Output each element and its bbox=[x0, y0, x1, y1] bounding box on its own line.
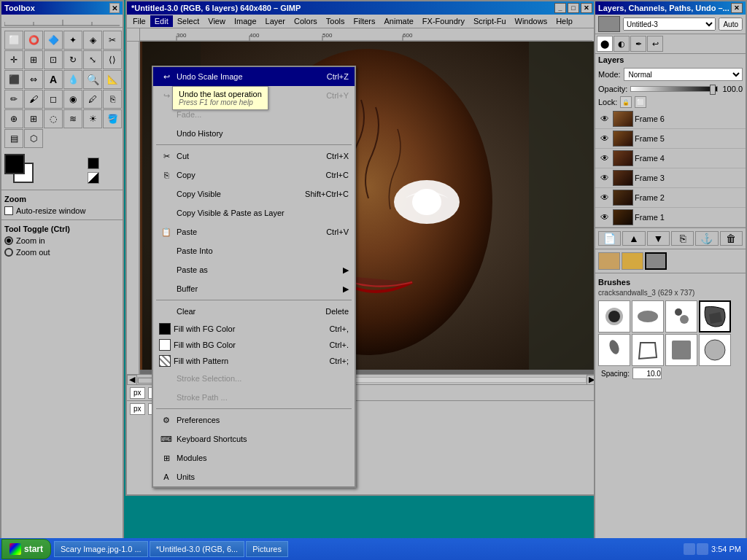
menu-item-cut[interactable]: ✂ Cut Ctrl+X bbox=[153, 147, 355, 166]
menu-item-fill-pattern[interactable]: Fill with Pattern Ctrl+; bbox=[153, 353, 355, 369]
menu-item-paste-as[interactable]: Paste as ▶ bbox=[153, 260, 355, 279]
menu-item-paste-into[interactable]: Paste Into bbox=[153, 241, 355, 260]
lock-alpha-button[interactable]: ⬜ bbox=[635, 96, 646, 108]
delete-layer-button[interactable]: 🗑 bbox=[720, 231, 743, 246]
tool-fuzzy-select[interactable]: ✦ bbox=[63, 31, 82, 50]
layer-item-frame3[interactable]: 👁 Frame 3 bbox=[595, 168, 746, 188]
tool-eyedropper[interactable]: 💧 bbox=[63, 70, 82, 89]
layer-visibility-frame6[interactable]: 👁 bbox=[598, 112, 611, 125]
tool-blend[interactable]: ▤ bbox=[4, 129, 23, 148]
tool-text[interactable]: A bbox=[44, 70, 63, 89]
taskbar-item-2[interactable]: *Untitled-3.0 (RGB, 6... bbox=[150, 541, 245, 557]
spacing-input[interactable] bbox=[632, 368, 662, 379]
layer-visibility-frame1[interactable]: 👁 bbox=[598, 211, 611, 224]
zoom-in-radio[interactable] bbox=[4, 236, 13, 245]
mode-dropdown[interactable]: Normal bbox=[624, 68, 743, 81]
fg-color-swatch[interactable] bbox=[4, 154, 25, 174]
menu-item-paste[interactable]: 📋 Paste Ctrl+V bbox=[153, 222, 355, 241]
tool-airbrush[interactable]: ◉ bbox=[63, 90, 82, 109]
layer-item-frame4[interactable]: 👁 Frame 4 bbox=[595, 149, 746, 168]
tool-clone[interactable]: ⎘ bbox=[103, 90, 122, 109]
tool-ellipse-select[interactable]: ⭕ bbox=[24, 31, 43, 50]
auto-resize-checkbox[interactable] bbox=[4, 206, 13, 215]
layer-item-frame5[interactable]: 👁 Frame 5 bbox=[595, 129, 746, 149]
menu-animate[interactable]: Animate bbox=[379, 15, 417, 27]
menu-item-undo-history[interactable]: Undo History bbox=[153, 124, 355, 143]
tool-free-select[interactable]: 🔷 bbox=[44, 31, 63, 50]
tool-paintbrush[interactable]: 🖌 bbox=[24, 90, 43, 109]
layer-visibility-frame4[interactable]: 👁 bbox=[598, 152, 611, 165]
menu-item-modules[interactable]: ⊞ Modules bbox=[153, 448, 355, 467]
zoom-out-radio[interactable] bbox=[4, 248, 13, 257]
new-layer-button[interactable]: 📄 bbox=[598, 231, 621, 246]
gimp-close-button[interactable]: ✕ bbox=[581, 3, 592, 13]
menu-item-keyboard-shortcuts[interactable]: ⌨ Keyboard Shortcuts bbox=[153, 429, 355, 448]
tool-zoom[interactable]: 🔍 bbox=[83, 70, 102, 89]
menu-colors[interactable]: Colors bbox=[290, 15, 322, 27]
menu-item-buffer[interactable]: Buffer ▶ bbox=[153, 279, 355, 298]
tab-channels[interactable]: ◐ bbox=[614, 36, 630, 52]
tool-bucket[interactable]: 🪣 bbox=[103, 109, 122, 128]
brush-item-2[interactable] bbox=[632, 300, 664, 332]
tab-layers[interactable]: ⬤ bbox=[597, 36, 613, 52]
layers-close-button[interactable]: ✕ bbox=[731, 3, 743, 13]
menu-select[interactable]: Select bbox=[173, 15, 204, 27]
brush-preview-2[interactable] bbox=[622, 252, 643, 270]
swap-colors-button[interactable] bbox=[88, 172, 99, 184]
menu-fx-foundry[interactable]: FX-Foundry bbox=[418, 15, 469, 27]
tool-heal[interactable]: ⊕ bbox=[4, 109, 23, 128]
gimp-minimize-button[interactable]: _ bbox=[554, 3, 566, 13]
tool-path[interactable]: ⬡ bbox=[24, 129, 43, 148]
brush-item-1[interactable] bbox=[598, 300, 630, 332]
tool-flip[interactable]: ⇔ bbox=[24, 70, 43, 89]
tool-rotate[interactable]: ↻ bbox=[63, 50, 82, 69]
duplicate-layer-button[interactable]: ⎘ bbox=[671, 231, 694, 246]
reset-colors-button[interactable] bbox=[88, 158, 99, 169]
opacity-slider[interactable] bbox=[630, 86, 718, 92]
scroll-left-button[interactable]: ◀ bbox=[127, 375, 137, 385]
brush-item-3[interactable] bbox=[665, 300, 697, 332]
layer-visibility-frame5[interactable]: 👁 bbox=[598, 132, 611, 145]
tab-undo[interactable]: ↩ bbox=[647, 36, 663, 52]
unit-dropdown-2[interactable]: px bbox=[130, 403, 145, 415]
taskbar-item-3[interactable]: Pictures bbox=[246, 541, 288, 557]
auto-resize-option[interactable]: Auto-resize window bbox=[4, 205, 120, 217]
tab-paths[interactable]: ✒ bbox=[630, 36, 646, 52]
document-selector[interactable]: Untitled-3 bbox=[623, 18, 716, 31]
menu-item-fill-bg[interactable]: Fill with BG Color Ctrl+. bbox=[153, 337, 355, 353]
raise-layer-button[interactable]: ▲ bbox=[622, 231, 645, 246]
zoom-out-option[interactable]: Zoom out bbox=[4, 246, 120, 258]
lock-pixels-button[interactable]: 🔒 bbox=[620, 96, 632, 108]
menu-tools[interactable]: Tools bbox=[322, 15, 349, 27]
layer-item-frame2[interactable]: 👁 Frame 2 bbox=[595, 188, 746, 208]
taskbar-item-1[interactable]: Scary Image.jpg-1.0 ... bbox=[54, 541, 148, 557]
tool-rect-select[interactable]: ⬜ bbox=[4, 31, 23, 50]
menu-edit[interactable]: Edit bbox=[150, 15, 173, 27]
layer-item-frame1[interactable]: 👁 Frame 1 bbox=[595, 208, 746, 228]
tool-pencil[interactable]: ✏ bbox=[4, 90, 23, 109]
tool-scissors[interactable]: ✂ bbox=[103, 31, 122, 50]
tool-dodge[interactable]: ☀ bbox=[83, 109, 102, 128]
unit-dropdown-1[interactable]: px bbox=[130, 387, 145, 399]
menu-item-copy-visible-paste[interactable]: Copy Visible & Paste as Layer bbox=[153, 203, 355, 222]
tool-perspective-clone[interactable]: ⊞ bbox=[24, 109, 43, 128]
menu-item-undo[interactable]: ↩ Undo Scale Image Ctrl+Z bbox=[153, 67, 355, 86]
layer-visibility-frame2[interactable]: 👁 bbox=[598, 191, 611, 204]
anchor-layer-button[interactable]: ⚓ bbox=[695, 231, 718, 246]
lower-layer-button[interactable]: ▼ bbox=[647, 231, 670, 246]
menu-help[interactable]: Help bbox=[551, 15, 577, 27]
tool-shear[interactable]: ⟨⟩ bbox=[103, 50, 122, 69]
brush-item-7[interactable] bbox=[665, 334, 697, 366]
tool-measure[interactable]: 📐 bbox=[103, 70, 122, 89]
menu-item-copy-visible[interactable]: Copy Visible Shift+Ctrl+C bbox=[153, 184, 355, 203]
tool-align[interactable]: ⊞ bbox=[24, 50, 43, 69]
gimp-maximize-button[interactable]: □ bbox=[568, 3, 579, 13]
toolbox-close-button[interactable]: ✕ bbox=[109, 3, 120, 13]
auto-button[interactable]: Auto bbox=[719, 18, 743, 31]
start-button[interactable]: start bbox=[1, 539, 51, 559]
menu-image[interactable]: Image bbox=[230, 15, 261, 27]
tool-ink[interactable]: 🖊 bbox=[83, 90, 102, 109]
menu-item-clear[interactable]: Clear Delete bbox=[153, 302, 355, 321]
brush-item-5[interactable] bbox=[598, 334, 630, 366]
brush-preview-1[interactable] bbox=[598, 252, 620, 270]
